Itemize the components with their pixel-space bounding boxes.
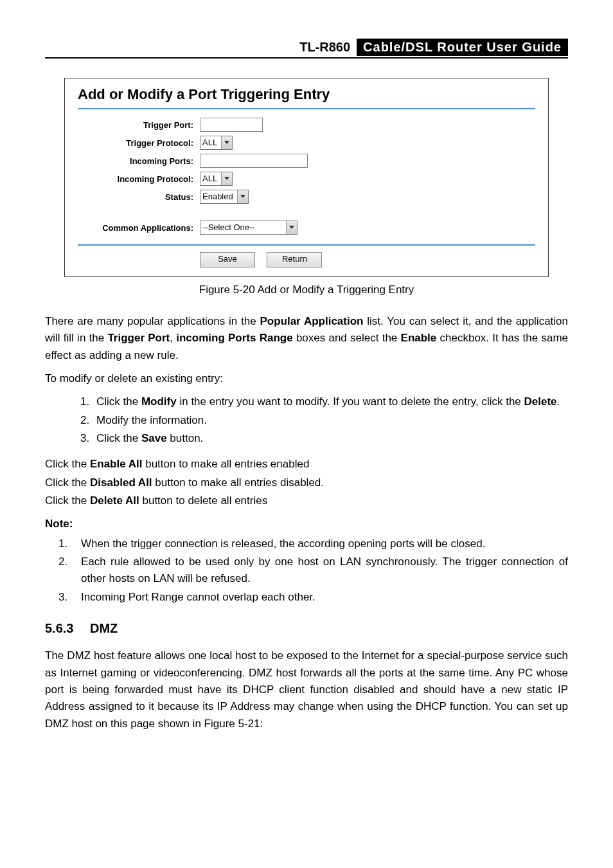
return-button[interactable]: Return: [267, 252, 322, 267]
page-header: TL-R860 Cable/DSL Router User Guide: [45, 39, 568, 56]
status-select[interactable]: Enabled: [200, 190, 249, 204]
notes-list: When the trigger connection is released,…: [45, 536, 568, 606]
section-number: 5.6.3: [45, 619, 90, 638]
list-item: Click the Save button.: [93, 430, 568, 447]
disable-all-line: Click the Disabled All button to make al…: [45, 475, 568, 491]
router-form-box: Add or Modify a Port Triggering Entry Tr…: [64, 78, 549, 277]
chevron-down-icon: [221, 172, 232, 185]
router-form-table: Trigger Port: Trigger Protocol: ALL: [78, 116, 308, 237]
list-item: Click the Modify in the entry you want t…: [93, 393, 568, 410]
svg-marker-0: [224, 141, 229, 144]
figure-caption: Figure 5-20 Add or Modify a Triggering E…: [45, 284, 568, 296]
popular-applications-paragraph: There are many popular applications in t…: [45, 313, 568, 364]
note-label: Note:: [45, 516, 568, 532]
divider: [78, 108, 535, 109]
status-value: Enabled: [200, 190, 237, 203]
list-item: Incoming Port Range cannot overlap each …: [71, 589, 568, 606]
router-form-title: Add or Modify a Port Triggering Entry: [78, 86, 535, 103]
chevron-down-icon: [237, 190, 248, 203]
trigger-protocol-value: ALL: [200, 136, 221, 149]
delete-all-line: Click the Delete All button to delete al…: [45, 493, 568, 509]
incoming-protocol-select[interactable]: ALL: [200, 172, 233, 186]
label-trigger-port: Trigger Port:: [78, 116, 200, 134]
svg-marker-1: [224, 177, 229, 180]
divider: [78, 244, 535, 246]
header-underline: [45, 57, 568, 59]
section-title: DMZ: [90, 621, 118, 635]
incoming-protocol-value: ALL: [200, 172, 221, 185]
chevron-down-icon: [221, 136, 232, 149]
common-apps-select[interactable]: --Select One--: [200, 221, 298, 235]
page: TL-R860 Cable/DSL Router User Guide Add …: [0, 0, 613, 777]
svg-marker-3: [289, 226, 294, 229]
trigger-protocol-select[interactable]: ALL: [200, 136, 233, 150]
enable-all-line: Click the Enable All button to make all …: [45, 456, 568, 473]
label-incoming-ports: Incoming Ports:: [78, 152, 200, 170]
label-incoming-protocol: Incoming Protocol:: [78, 170, 200, 188]
modify-steps-list: Click the Modify in the entry you want t…: [45, 393, 568, 447]
header-title: Cable/DSL Router User Guide: [357, 39, 568, 56]
modify-intro: To modify or delete an existing entry:: [45, 370, 568, 387]
trigger-port-input[interactable]: [200, 118, 263, 132]
incoming-ports-input[interactable]: [200, 154, 308, 168]
body-text: There are many popular applications in t…: [45, 313, 568, 732]
dmz-paragraph: The DMZ host feature allows one local ho…: [45, 647, 568, 732]
list-item: Each rule allowed to be used only by one…: [71, 554, 568, 588]
list-item: Modify the information.: [93, 412, 568, 429]
list-item: When the trigger connection is released,…: [71, 536, 568, 552]
common-apps-value: --Select One--: [200, 221, 286, 234]
chevron-down-icon: [286, 221, 297, 234]
label-common-apps: Common Applications:: [78, 219, 200, 237]
section-heading-dmz: 5.6.3DMZ: [45, 619, 568, 638]
svg-marker-2: [240, 195, 245, 198]
label-trigger-protocol: Trigger Protocol:: [78, 134, 200, 152]
router-screenshot: Add or Modify a Port Triggering Entry Tr…: [64, 78, 549, 277]
header-model: TL-R860: [299, 40, 357, 55]
label-status: Status:: [78, 188, 200, 206]
save-button[interactable]: Save: [200, 252, 255, 267]
